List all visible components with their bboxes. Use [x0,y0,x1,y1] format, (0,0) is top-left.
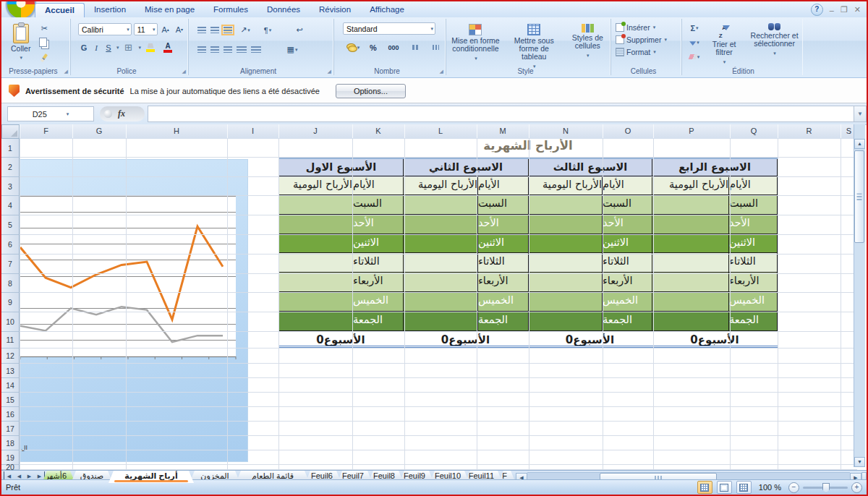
day-name-cell[interactable]: الجمعة [728,312,778,331]
font-size-select[interactable]: 11▾ [134,23,158,35]
dialog-launcher-icon[interactable]: ◢ [440,69,443,74]
day-name-cell[interactable]: الأربعاء [602,273,652,292]
profits-header-cell[interactable]: الأرباح اليومية [528,176,602,195]
profit-value-cell[interactable] [528,253,602,273]
clear-icon[interactable]: ▾ [686,50,702,64]
align-bottom-icon[interactable] [224,27,232,33]
profit-value-cell[interactable] [403,215,477,234]
day-name-cell[interactable]: الاثنين [477,234,528,254]
page-layout-view-button[interactable] [717,481,732,494]
row-header-16[interactable]: 16 [1,407,20,422]
row-header-12[interactable]: 12 [1,349,20,364]
day-name-cell[interactable]: الثلاتاء [352,253,403,273]
tab-accueil[interactable]: Accueil [35,3,85,17]
day-name-cell[interactable]: الخميس [728,292,778,312]
days-header-cell[interactable]: الأيام [352,176,403,195]
page-break-view-button[interactable] [736,481,752,494]
cell-styles-button[interactable]: Styles de cellules▾ [565,22,611,72]
day-name-cell[interactable]: الثلاتاء [477,253,528,273]
merge-center-icon[interactable]: ▦▾ [284,43,300,56]
week-header-cell[interactable]: الاسبوع الرابع [652,159,778,176]
week-total-cell[interactable]: الأسبوع0 [652,331,778,346]
zoom-track[interactable] [803,487,848,489]
days-header-cell[interactable]: الأيام [728,176,778,195]
day-name-cell[interactable]: السبت [602,195,652,215]
day-name-cell[interactable]: السبت [477,195,528,215]
grow-font-icon[interactable]: A▴ [160,22,171,36]
dialog-launcher-icon[interactable]: ◢ [64,69,68,74]
zoom-level[interactable]: 100 % [759,483,781,492]
tab-insertion[interactable]: Insertion [85,3,135,17]
profit-value-cell[interactable] [278,215,352,234]
day-name-cell[interactable]: الأربعاء [352,273,403,292]
font-family-select[interactable]: Calibri▾ [78,23,132,35]
percent-style-icon[interactable]: % [367,40,379,54]
profit-value-cell[interactable] [652,292,728,312]
align-center-icon[interactable] [210,46,219,53]
week-header-cell[interactable]: الاسبوع الثالث [528,159,652,176]
week-header-cell[interactable]: الأسبوع الاول [278,159,403,176]
column-header-M[interactable]: M [477,124,529,138]
profit-value-cell[interactable] [403,273,477,292]
fx-icon[interactable]: fx [118,108,125,119]
restore-button[interactable]: ❐ [841,5,848,14]
text-direction-icon[interactable]: ¶▾ [258,23,277,37]
format-cells-button[interactable]: Format▾ [613,46,681,58]
profit-value-cell[interactable] [528,273,602,292]
office-button[interactable] [6,0,36,20]
align-top-icon[interactable] [197,27,206,33]
align-right-icon[interactable] [224,46,232,53]
profit-value-cell[interactable] [652,215,728,234]
expand-formula-bar-icon[interactable]: ▼ [854,106,867,122]
vertical-scroll-thumb[interactable] [854,150,864,243]
zoom-slider[interactable]: − + [788,482,862,493]
profit-value-cell[interactable] [403,292,477,312]
column-header-I[interactable]: I [227,124,279,138]
row-header-8[interactable]: 8 [1,274,20,293]
conditional-formatting-button[interactable]: Mise en forme conditionnelle▾ [448,22,503,72]
decrease-decimal-icon[interactable] [428,40,443,54]
week-header-cell[interactable]: الاسبوع الثاني [403,159,528,176]
row-header-1[interactable]: 1 [1,139,20,158]
profit-value-cell[interactable] [278,253,352,273]
profit-value-cell[interactable] [652,234,728,254]
column-header-N[interactable]: N [529,124,603,138]
bold-button[interactable]: G [78,40,90,54]
scroll-down-icon[interactable]: ▼ [854,457,865,467]
number-format-select[interactable]: Standard▾ [343,22,435,35]
row-header-15[interactable]: 15 [1,393,20,407]
column-header-S[interactable]: S [841,124,854,138]
zoom-out-icon[interactable]: − [788,482,799,493]
profit-value-cell[interactable] [528,292,602,312]
normal-view-button[interactable] [697,481,712,494]
row-header-9[interactable]: 9 [1,293,20,312]
row-header-17[interactable]: 17 [1,422,20,436]
dialog-launcher-icon[interactable]: ◢ [328,69,331,74]
profit-value-cell[interactable] [528,195,602,215]
profit-value-cell[interactable] [528,234,602,254]
align-left-icon[interactable] [197,46,206,53]
italic-button[interactable]: I [91,40,101,54]
day-name-cell[interactable]: الخميس [477,292,528,312]
copy-icon[interactable] [36,36,52,50]
orientation-icon[interactable]: ↗▾ [237,23,254,37]
fill-color-icon[interactable] [142,40,158,54]
row-header-2[interactable]: 2 [1,158,20,177]
day-name-cell[interactable]: الأربعاء [728,273,778,292]
select-all-corner[interactable] [1,124,20,139]
row-header-6[interactable]: 6 [1,235,20,255]
week-total-cell[interactable]: الأسبوع0 [278,331,403,346]
options-button[interactable]: Options... [336,84,406,98]
column-header-F[interactable]: F [20,124,73,138]
sheet-tab-3[interactable]: أرباح الشهرية [109,471,194,483]
day-name-cell[interactable]: الاثنين [602,234,652,254]
tab-mise-en-page[interactable]: Mise en page [135,3,204,17]
row-header-3[interactable]: 3 [1,177,20,196]
profit-value-cell[interactable] [652,253,728,273]
day-name-cell[interactable]: الخميس [352,292,403,312]
zoom-in-icon[interactable]: + [851,482,862,493]
column-header-R[interactable]: R [778,124,841,138]
borders-icon[interactable]: ⊞ [121,40,137,54]
profit-value-cell[interactable] [278,273,352,292]
minimize-button[interactable]: – [830,6,834,14]
